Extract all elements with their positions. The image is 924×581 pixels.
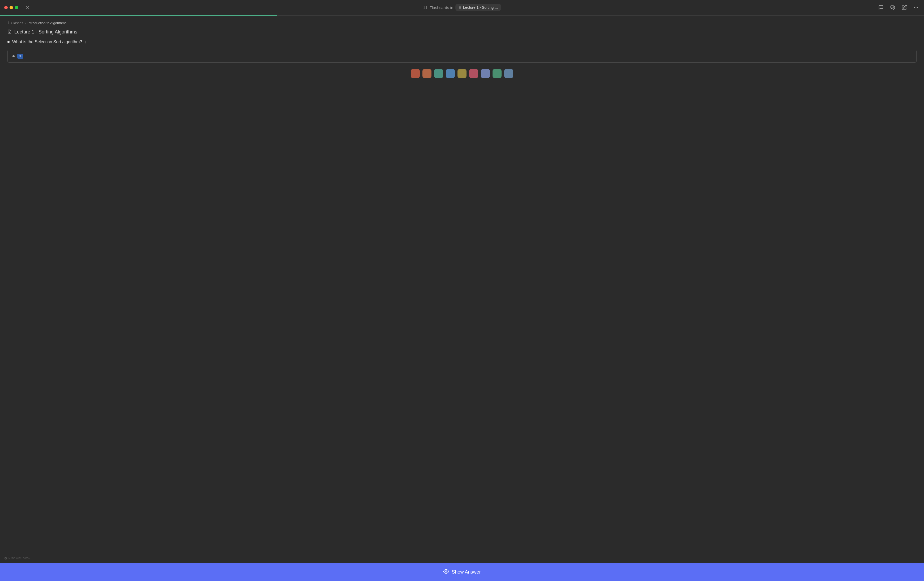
show-answer-button[interactable]: Show Answer	[0, 563, 924, 581]
answer-box[interactable]: 3	[7, 50, 917, 63]
chat2-icon[interactable]	[889, 4, 896, 11]
flashcard-count: 11	[423, 5, 427, 10]
collapse-arrow-icon[interactable]: ↓	[85, 40, 87, 44]
more-icon[interactable]	[912, 4, 920, 11]
eye-icon	[443, 568, 449, 576]
color-swatch-8[interactable]	[493, 69, 502, 78]
color-swatch-3[interactable]	[434, 69, 443, 78]
chat1-icon[interactable]	[877, 4, 885, 11]
color-swatch-9[interactable]	[504, 69, 513, 78]
traffic-lights	[4, 6, 18, 9]
svg-point-1	[916, 7, 917, 8]
svg-point-0	[914, 7, 915, 8]
close-button[interactable]: ✕	[24, 4, 31, 11]
document-icon	[7, 30, 12, 35]
breadcrumb-current: Introduction to Algorithms	[28, 21, 67, 25]
titlebar: ✕ 11 Flashcards in ⊞ Lecture 1 - Sorting…	[0, 0, 924, 15]
traffic-light-close[interactable]	[4, 6, 8, 9]
source-pill[interactable]: ⊞ Lecture 1 - Sorting ...	[455, 4, 501, 11]
main-content: ⤴ Classes › Introduction to Algorithms L…	[0, 16, 924, 581]
svg-point-2	[917, 7, 918, 8]
titlebar-left: ✕	[4, 4, 31, 11]
document-title-row: Lecture 1 - Sorting Algorithms	[7, 29, 917, 35]
color-picker	[7, 69, 917, 78]
breadcrumb-icon: ⤴	[7, 21, 9, 25]
color-swatch-2[interactable]	[422, 69, 431, 78]
traffic-light-minimize[interactable]	[10, 6, 13, 9]
watermark-text: MADE WITH GIFOX	[8, 557, 30, 560]
source-icon: ⊞	[459, 6, 462, 10]
breadcrumb: ⤴ Classes › Introduction to Algorithms	[7, 21, 917, 25]
edit-icon[interactable]	[901, 4, 908, 11]
titlebar-right	[877, 4, 920, 11]
color-swatch-1[interactable]	[411, 69, 420, 78]
breadcrumb-separator: ›	[25, 21, 26, 25]
color-swatch-7[interactable]	[481, 69, 490, 78]
color-swatch-4[interactable]	[446, 69, 455, 78]
breadcrumb-classes[interactable]: Classes	[11, 21, 23, 25]
svg-point-5	[446, 571, 447, 572]
answer-number: 3	[17, 54, 23, 59]
watermark: MADE WITH GIFOX	[4, 556, 30, 560]
color-swatch-6[interactable]	[469, 69, 478, 78]
document-title: Lecture 1 - Sorting Algorithms	[14, 29, 77, 35]
source-label: Lecture 1 - Sorting ...	[463, 5, 498, 10]
question-bullet	[7, 41, 10, 43]
color-swatch-5[interactable]	[457, 69, 467, 78]
answer-bullet	[13, 55, 15, 57]
show-answer-label: Show Answer	[452, 569, 480, 575]
content-spacer	[7, 84, 917, 576]
question-row: What is the Selection Sort algorithm? ↓	[7, 40, 917, 45]
flashcards-in-label: Flashcards in	[430, 5, 453, 10]
traffic-light-maximize[interactable]	[15, 6, 18, 9]
titlebar-center: 11 Flashcards in ⊞ Lecture 1 - Sorting .…	[423, 4, 501, 11]
question-text: What is the Selection Sort algorithm?	[12, 40, 82, 45]
